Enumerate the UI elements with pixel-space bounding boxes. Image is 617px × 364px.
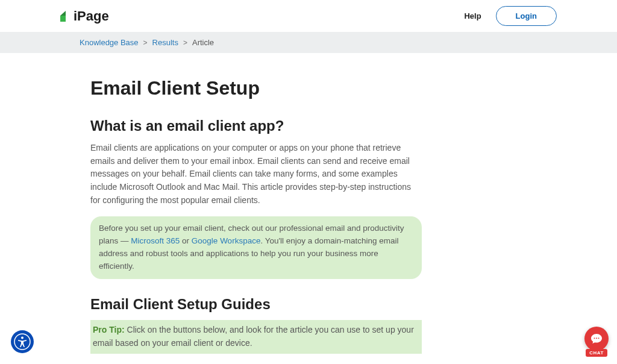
- breadcrumb-sep: >: [143, 39, 148, 47]
- chat-widget[interactable]: CHAT: [584, 327, 609, 357]
- logo[interactable]: iPage: [60, 8, 109, 24]
- chat-label: CHAT: [586, 349, 607, 357]
- breadcrumb-sep: >: [183, 39, 187, 47]
- svg-point-3: [594, 337, 595, 339]
- link-google-workspace[interactable]: Google Workspace: [192, 236, 261, 245]
- section-heading-guides: Email Client Setup Guides: [90, 296, 422, 313]
- svg-point-4: [596, 337, 597, 339]
- breadcrumb-knowledge-base[interactable]: Knowledge Base: [80, 38, 139, 47]
- svg-rect-0: [60, 16, 66, 22]
- protip-label: Pro Tip:: [93, 325, 125, 334]
- callout-text: or: [180, 236, 192, 245]
- breadcrumb: Knowledge Base > Results > Article: [67, 38, 550, 47]
- section-heading-what-is: What is an email client app?: [90, 118, 422, 134]
- breadcrumb-current: Article: [192, 38, 214, 47]
- page-title: Email Client Setup: [90, 77, 422, 99]
- svg-point-5: [598, 337, 600, 339]
- login-button[interactable]: Login: [496, 6, 557, 26]
- logo-text: iPage: [74, 8, 109, 24]
- chat-icon: [584, 327, 609, 351]
- protip-body: Click on the buttons below, and look for…: [93, 325, 414, 348]
- header: iPage Help Login: [0, 0, 617, 32]
- protip-banner: Pro Tip: Click on the buttons below, and…: [90, 320, 422, 353]
- section-body: Email clients are applications on your c…: [90, 142, 422, 207]
- help-link[interactable]: Help: [464, 11, 481, 20]
- svg-point-2: [21, 337, 23, 339]
- logo-icon: [60, 11, 71, 22]
- breadcrumb-results[interactable]: Results: [152, 38, 178, 47]
- article-content: Email Client Setup What is an email clie…: [78, 53, 434, 364]
- callout-plans: Before you set up your email client, che…: [90, 216, 422, 279]
- link-microsoft-365[interactable]: Microsoft 365: [131, 236, 180, 245]
- accessibility-icon[interactable]: [11, 330, 34, 353]
- breadcrumb-bar: Knowledge Base > Results > Article: [0, 32, 617, 53]
- header-right: Help Login: [464, 6, 557, 26]
